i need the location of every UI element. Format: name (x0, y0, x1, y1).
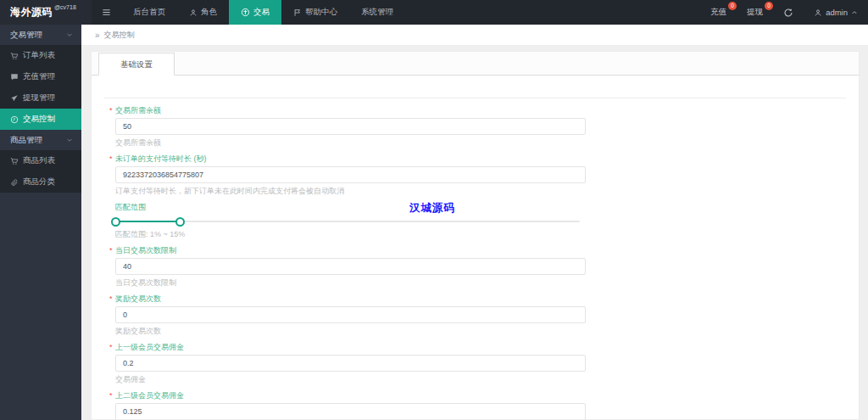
breadcrumb-title: 交易控制 (104, 30, 135, 41)
field-label: 匹配范围 (115, 202, 846, 212)
field-hint: 订单支付等待时长，新下订单未在此时间内完成支付将会被自动取消 (115, 186, 846, 196)
nav-role-label: 角色 (201, 7, 217, 18)
sidebar-item-goods-category-label: 商品分类 (23, 176, 55, 188)
match-range-slider[interactable] (115, 217, 580, 227)
required-balance-input[interactable] (115, 118, 586, 135)
reward-trade-count-input[interactable] (115, 306, 586, 323)
sidebar-item-recharge-label: 充值管理 (23, 71, 55, 82)
required-marker: * (109, 390, 113, 400)
watermark-text: 汉城源码 (409, 201, 455, 216)
sidebar-item-orders[interactable]: 订单列表 (0, 45, 81, 66)
field-daily-trade-limit: * 当日交易次数限制 当日交易次数限制 (104, 245, 846, 288)
user-name: admin (826, 8, 848, 17)
sidebar-group-goods[interactable]: 商品管理 (0, 130, 81, 150)
required-marker: * (109, 154, 113, 164)
sidebar-item-control[interactable]: 交易控制 (0, 109, 81, 130)
sidebar-item-goods-list[interactable]: 商品列表 (0, 150, 81, 171)
logo-subtitle: @cv718 (54, 4, 76, 10)
field-label: 上一级会员交易佣金 (115, 342, 846, 352)
topbar: 海外源码 @cv718 后台首页 角色 交易 帮助中心 (0, 0, 868, 25)
sidebar: 交易管理 订单列表 充值管理 提现管理 (0, 25, 81, 420)
sidebar-item-recharge[interactable]: 充值管理 (0, 66, 81, 87)
app-logo[interactable]: 海外源码 @cv718 (0, 0, 92, 25)
tab-content: * 交易所需余额 交易所需余额 * 未订单的支付等待时长 (秒) 订单支付等待时… (92, 98, 859, 420)
nav-item-home[interactable]: 后台首页 (121, 0, 177, 25)
field-hint: 匹配范围: 1% ~ 15% (115, 229, 846, 239)
slider-handle-max[interactable] (175, 217, 185, 227)
field-required-balance: * 交易所需余额 交易所需余额 (104, 105, 846, 148)
sidebar-item-goods-category[interactable]: 商品分类 (0, 171, 81, 193)
breadcrumb: » 交易控制 (81, 25, 868, 45)
level1-commission-input[interactable] (115, 355, 586, 372)
field-hint: 交易所需余额 (115, 137, 846, 148)
field-label: 当日交易次数限制 (115, 245, 846, 255)
trade-icon (241, 8, 250, 17)
paperclip-icon (10, 178, 19, 187)
sidebar-submenu-goods: 商品列表 商品分类 (0, 150, 81, 193)
nav-item-system[interactable]: 系统管理 (349, 0, 405, 25)
sidebar-submenu-trade: 订单列表 充值管理 提现管理 交易控制 (0, 45, 81, 130)
withdraw-badge: 0 (765, 2, 773, 10)
field-level1-commission: * 上一级会员交易佣金 交易佣金 (104, 342, 846, 384)
field-label: 奖励交易次数 (115, 294, 846, 304)
tab-basic-settings[interactable]: 基础设置 (98, 53, 175, 76)
withdraw-icon (10, 94, 19, 103)
settings-form: * 交易所需余额 交易所需余额 * 未订单的支付等待时长 (秒) 订单支付等待时… (104, 98, 846, 420)
hamburger-icon (102, 8, 111, 17)
sidebar-item-withdraw[interactable]: 提现管理 (0, 87, 81, 109)
sidebar-item-withdraw-label: 提现管理 (23, 92, 55, 104)
chevron-down-icon (66, 31, 73, 38)
topbar-right: 充值 0 提现 0 admin (700, 0, 868, 25)
field-hint: 当日交易次数限制 (115, 277, 846, 288)
withdraw-notice-button[interactable]: 提现 0 (737, 0, 773, 25)
sidebar-item-orders-label: 订单列表 (23, 50, 55, 61)
nav-help-label: 帮助中心 (305, 7, 337, 18)
field-label: 上二级会员交易佣金 (115, 390, 846, 400)
comment-icon (10, 73, 19, 81)
field-reward-trade-count: * 奖励交易次数 奖励交易次数 (104, 294, 846, 336)
level2-commission-input[interactable] (115, 403, 586, 420)
sidebar-item-goods-list-label: 商品列表 (23, 155, 55, 166)
field-label: 交易所需余额 (115, 105, 846, 115)
sidebar-toggle-button[interactable] (92, 0, 121, 25)
slider-track (115, 221, 580, 222)
field-hint: 奖励交易次数 (115, 326, 846, 336)
recharge-notice-button[interactable]: 充值 0 (700, 0, 737, 25)
cart-icon (10, 52, 19, 60)
flag-icon (293, 8, 302, 17)
nav-item-trade[interactable]: 交易 (229, 0, 281, 25)
field-level2-commission: * 上二级会员交易佣金 交易佣金 (104, 390, 846, 420)
nav-item-help[interactable]: 帮助中心 (281, 0, 349, 25)
sidebar-filler (0, 193, 81, 420)
chevron-up-icon (851, 9, 858, 16)
settings-card: 基础设置 * 交易所需余额 交易所需余额 * 未订单的支付等待时长 (秒 (91, 51, 860, 420)
field-label: 未订单的支付等待时长 (秒) (115, 154, 846, 164)
sidebar-item-control-label: 交易控制 (23, 114, 55, 125)
user-icon (189, 8, 198, 17)
field-hint: 交易佣金 (115, 374, 846, 384)
nav-system-label: 系统管理 (361, 7, 393, 18)
field-match-range: 匹配范围 汉城源码 匹配范围: 1% ~ 15% (104, 202, 846, 239)
required-marker: * (109, 105, 113, 115)
breadcrumb-prefix: » (95, 31, 100, 40)
nav-trade-label: 交易 (253, 7, 270, 18)
app-body: 交易管理 订单列表 充值管理 提现管理 (0, 25, 868, 420)
user-icon (814, 8, 822, 17)
refresh-icon (783, 8, 793, 18)
cart-icon (10, 157, 19, 165)
main-area: » 交易控制 基础设置 * 交易所需余额 交易所需余额 (81, 25, 868, 420)
top-nav: 后台首页 角色 交易 帮助中心 系统管理 (121, 0, 405, 25)
recharge-notice-label: 充值 (710, 7, 726, 18)
tab-bar: 基础设置 (92, 52, 859, 76)
nav-item-role[interactable]: 角色 (177, 0, 229, 25)
chevron-down-icon (66, 137, 73, 143)
daily-trade-limit-input[interactable] (115, 258, 586, 275)
user-menu[interactable]: admin (804, 0, 868, 25)
slider-fill (115, 221, 181, 222)
slider-handle-min[interactable] (111, 217, 120, 227)
pay-wait-time-input[interactable] (115, 166, 586, 183)
required-marker: * (109, 294, 113, 304)
sidebar-group-trade[interactable]: 交易管理 (0, 25, 81, 45)
refresh-button[interactable] (773, 0, 804, 25)
required-marker: * (109, 245, 113, 255)
